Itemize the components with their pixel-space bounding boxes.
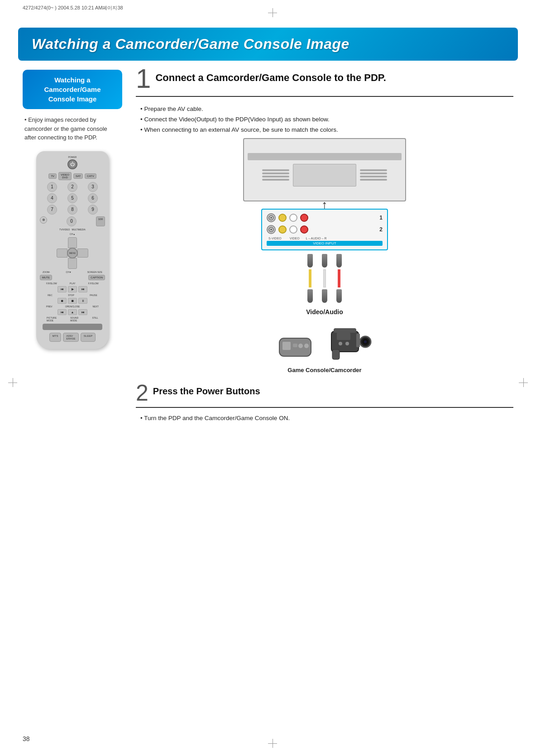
playback-labels: F.R/SLOW PLAY F.F/SLOW	[40, 282, 105, 285]
rec-label: REC	[48, 294, 53, 297]
play-label: PLAY	[70, 282, 75, 285]
video-dvd-button[interactable]: VIDEODVD	[58, 172, 72, 180]
prev-next-labels: PREV OPEN/CLOSE NEXT	[40, 305, 105, 308]
display-button[interactable]: ⊕	[40, 216, 47, 224]
num-5[interactable]: 5	[67, 193, 77, 203]
cable-plug-top-3	[336, 254, 342, 268]
num-0[interactable]: 0	[67, 216, 77, 226]
crosshair-left	[8, 378, 17, 387]
fr-slow-label: F.R/SLOW	[46, 282, 57, 285]
cable-plug-top-2	[322, 254, 327, 268]
sleep-button[interactable]: SLEEP	[81, 333, 96, 342]
pdp-vent-right	[360, 169, 387, 181]
num-3[interactable]: 3	[88, 182, 98, 192]
step2-number: 2	[136, 382, 148, 404]
stop-button[interactable]: ⏹	[68, 298, 77, 304]
rec-button[interactable]: ⏺	[57, 298, 67, 304]
svg-rect-16	[356, 334, 360, 347]
cable-plug-bot-1	[307, 289, 313, 303]
svg-point-17	[339, 342, 342, 345]
cable-wire-white	[323, 269, 326, 287]
cable-video	[307, 254, 313, 303]
openclose-button[interactable]: ▲	[68, 309, 77, 315]
num-2[interactable]: 2	[67, 182, 77, 192]
game-console-svg	[277, 329, 313, 361]
page-title: Watching a Camcorder/Game Console Image	[32, 36, 504, 53]
pic-sound-labels: PICTUREMODE SOUNDMODE STILL	[40, 316, 105, 322]
num-7[interactable]: 7	[47, 205, 57, 215]
stop-label: STOP	[68, 294, 74, 297]
svg-rect-15	[337, 333, 350, 340]
screen-size-label: SCREEN SIZE	[87, 271, 102, 273]
mute-button[interactable]: MUTE	[40, 275, 52, 280]
input-port-labels: S-VIDEO VIDEO L – AUDIO – R	[267, 237, 383, 240]
tv-button[interactable]: TV	[48, 173, 57, 179]
crosshair-bottom	[268, 739, 277, 748]
svg-rect-5	[282, 342, 291, 350]
num-1[interactable]: 1	[47, 182, 57, 192]
adderase-button[interactable]: ADD/ERASE	[63, 333, 78, 342]
audio-l-jack-1	[289, 214, 297, 222]
picture-mode-label: PICTUREMODE	[47, 316, 57, 322]
power-button[interactable]: ⏻	[67, 159, 77, 169]
rewind-button[interactable]: ⏮	[57, 286, 67, 292]
num-100[interactable]: 100	[96, 216, 105, 226]
next-button[interactable]: ⏭	[78, 309, 87, 315]
ch-up-label: CH▲	[40, 233, 105, 235]
video-input-label: VIDEO INPUT	[267, 241, 383, 246]
prev-button[interactable]: ⏮	[57, 309, 67, 315]
dpad-left[interactable]	[57, 249, 67, 258]
pdp-vent-left	[262, 169, 289, 181]
header-bar: Watching a Camcorder/Game Console Image	[18, 28, 518, 61]
page-number: 38	[23, 735, 30, 742]
dpad-right[interactable]	[77, 249, 88, 258]
playback-row-1: ⏮ ▶ ⏭	[42, 286, 103, 292]
mts-button[interactable]: MTS	[49, 333, 62, 342]
pause-button[interactable]: ⏸	[78, 298, 87, 304]
num-9[interactable]: 9	[88, 205, 98, 215]
svg-point-7	[304, 344, 309, 348]
step2-header: 2 Press the Power Buttons	[136, 384, 513, 408]
step1-title: Connect a Camcorder/Game Console to the …	[155, 70, 386, 85]
step1-bullet-3: When connecting to an external AV source…	[140, 125, 513, 135]
power-label: POWER	[67, 156, 77, 158]
step2-bullet-1: Turn the PDP and the Camcorder/Game Cons…	[140, 413, 513, 424]
play-button[interactable]: ▶	[68, 286, 77, 292]
svg-point-3	[270, 229, 272, 230]
audio-label: L – AUDIO – R	[306, 237, 327, 240]
num-8[interactable]: 8	[67, 205, 77, 215]
svg-rect-8	[293, 344, 297, 347]
sidebar-label: Watching aCamcorder/GameConsole Image	[44, 76, 100, 103]
sidebar: Watching aCamcorder/GameConsole Image • …	[23, 70, 122, 426]
cable-plug-top-1	[307, 254, 313, 268]
catv-button[interactable]: CATV	[85, 173, 96, 179]
ch-down-label: CH▼	[66, 271, 72, 273]
input-row-1: 1	[267, 213, 383, 222]
zoom-minus-label: ZOOM-	[43, 271, 50, 273]
pdp-inputs-panel: 1 2 S-VIDEO VIDEO L – AUDIO – R	[261, 209, 388, 250]
cables-area	[307, 254, 342, 303]
dpad-down[interactable]	[68, 258, 77, 269]
remote-power-area: POWER ⏻	[40, 156, 105, 169]
openclose-label: OPEN/CLOSE	[65, 305, 80, 308]
num-6[interactable]: 6	[88, 193, 98, 203]
cable-wire-yellow	[309, 269, 311, 287]
multimedia-label: MULTIMEDIA	[72, 228, 85, 231]
cable-wire-red	[338, 269, 340, 287]
remote-source-row: TV VIDEODVD SAT CATV	[40, 172, 105, 180]
pdp-back-panel	[243, 138, 406, 201]
ffwd-button[interactable]: ⏭	[78, 286, 87, 292]
sat-button[interactable]: SAT	[73, 173, 83, 179]
menu-button[interactable]: MENU	[67, 248, 78, 258]
mute-caption-row: MUTE CAPTION	[40, 275, 105, 280]
step1-bullet-2: Connect the Video(Output) to the PDP(Vid…	[140, 115, 513, 125]
input-label-1: 1	[379, 215, 383, 221]
remote-screen	[43, 324, 102, 330]
caption-button[interactable]: CAPTION	[88, 275, 105, 280]
mode-row: TV/VIDEO MULTIMEDIA	[40, 228, 105, 231]
ff-slow-label: F.F/SLOW	[88, 282, 99, 285]
connection-diagram: ↑ 1	[136, 138, 513, 373]
dpad-up[interactable]	[68, 237, 77, 248]
svg-point-1	[270, 217, 272, 219]
num-4[interactable]: 4	[47, 193, 57, 203]
